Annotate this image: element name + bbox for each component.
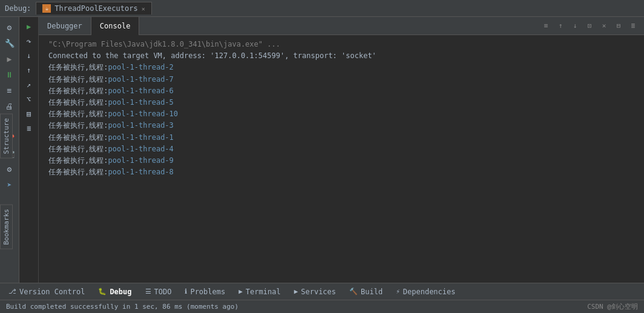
tab-action-close[interactable]: ✕ <box>598 20 610 32</box>
step-into-button[interactable]: ↓ <box>21 49 38 62</box>
thread-line-8: 任务被执行,线程:pool-1-thread-4 <box>48 143 639 155</box>
run-to-cursor-button[interactable]: ↗ <box>21 78 38 91</box>
sidebar-stack-icon[interactable]: ≡ <box>1 83 18 97</box>
console-line-1: "C:\Program Files\Java\jdk1.8.0_341\bin\… <box>48 39 639 50</box>
console-text-2: Connected to the target VM, address: '12… <box>48 50 376 62</box>
status-user: CSDN @剑心空明 <box>587 302 638 311</box>
thread-text-10: 任务被执行,线程:pool-1-thread-8 <box>48 166 174 178</box>
debug-icon: 🐛 <box>98 288 107 295</box>
problems-icon: ℹ <box>185 288 187 295</box>
tab-action-list[interactable]: ≣ <box>627 20 639 32</box>
thread-text-5: 任务被执行,线程:pool-1-thread-10 <box>48 108 178 120</box>
thread-line-1: 任务被执行,线程:pool-1-thread-2 <box>48 62 639 73</box>
thread-line-6: 任务被执行,线程:pool-1-thread-3 <box>48 120 639 131</box>
bottom-tab-build[interactable]: 🔨 Build <box>343 284 389 300</box>
tab-debugger[interactable]: Debugger <box>39 17 91 35</box>
tab-action-restore[interactable]: ⊡ <box>583 20 596 32</box>
bookmarks-label[interactable]: Bookmarks <box>0 205 13 249</box>
resume-button[interactable]: ▶ <box>21 20 38 33</box>
console-output: "C:\Program Files\Java\jdk1.8.0_341\bin\… <box>39 35 644 283</box>
frames-icon[interactable]: ▤ <box>21 107 38 120</box>
tab-action-menu[interactable]: ≡ <box>540 20 552 32</box>
build-icon: 🔨 <box>349 288 358 295</box>
debug-header: Debug: ☕ ThreadPoolExecutors ✕ <box>0 0 644 17</box>
right-content: Debugger Console ≡ ↑ ↓ ⊡ ✕ ⊟ ≣ "C: <box>39 17 644 283</box>
bottom-tab-dependencies[interactable]: ⚡ Dependencies <box>390 284 461 300</box>
bottom-tab-terminal[interactable]: ▶ Terminal <box>232 284 286 300</box>
thread-line-10: 任务被执行,线程:pool-1-thread-8 <box>48 166 639 178</box>
thread-line-2: 任务被执行,线程:pool-1-thread-7 <box>48 74 639 85</box>
dependencies-icon: ⚡ <box>396 288 400 295</box>
services-icon: ▶ <box>294 288 298 295</box>
tabs-actions: ≡ ↑ ↓ ⊡ ✕ ⊟ ≣ <box>540 20 644 32</box>
console-line-2: Connected to the target VM, address: '12… <box>48 50 639 62</box>
debug-tab[interactable]: ☕ ThreadPoolExecutors ✕ <box>36 2 151 15</box>
sidebar-pause-icon[interactable]: ⏸ <box>1 67 18 82</box>
tab-action-up[interactable]: ↑ <box>554 20 567 32</box>
tab-action-settings[interactable]: ⊟ <box>613 20 625 32</box>
thread-text-2: 任务被执行,线程:pool-1-thread-7 <box>48 74 174 85</box>
thread-text-3: 任务被执行,线程:pool-1-thread-6 <box>48 85 174 97</box>
bottom-tab-services[interactable]: ▶ Services <box>288 284 342 300</box>
terminal-icon: ▶ <box>238 288 243 295</box>
step-over-button[interactable]: ↷ <box>21 35 38 48</box>
thread-text-1: 任务被执行,线程:pool-1-thread-2 <box>48 62 174 73</box>
todo-icon: ☰ <box>145 288 151 295</box>
threads-icon[interactable]: ≣ <box>21 122 38 135</box>
thread-line-5: 任务被执行,线程:pool-1-thread-10 <box>48 108 639 120</box>
debug-label: Debug: <box>5 4 31 13</box>
sidebar-settings-icon[interactable]: ⚙ <box>1 20 18 35</box>
debug-panel: ▶ ↷ ↓ ↑ ↗ ⌥ ▤ ≣ Debugger Console ≡ ↑ <box>19 17 644 283</box>
thread-line-4: 任务被执行,线程:pool-1-thread-5 <box>48 97 639 108</box>
sidebar-print-icon[interactable]: 🖨 <box>1 99 18 113</box>
java-icon: ☕ <box>42 4 51 13</box>
thread-line-3: 任务被执行,线程:pool-1-thread-6 <box>48 85 639 97</box>
bottom-tab-problems[interactable]: ℹ Problems <box>179 284 231 300</box>
sidebar-gear-icon[interactable]: ⚙ <box>1 162 18 176</box>
bottom-tab-debug[interactable]: 🐛 Debug <box>92 284 137 300</box>
thread-lines-container: 任务被执行,线程:pool-1-thread-2任务被执行,线程:pool-1-… <box>48 62 639 178</box>
sidebar-tools-icon[interactable]: 🔧 <box>1 36 18 50</box>
debugger-sidebar: ▶ ↷ ↓ ↑ ↗ ⌥ ▤ ≣ <box>19 17 39 283</box>
thread-text-6: 任务被执行,线程:pool-1-thread-3 <box>48 120 174 131</box>
sidebar-play-icon[interactable]: ▶ <box>1 51 18 66</box>
console-text-1: "C:\Program Files\Java\jdk1.8.0_341\bin\… <box>48 39 280 50</box>
tab-console[interactable]: Console <box>91 17 140 35</box>
thread-line-7: 任务被执行,线程:pool-1-thread-1 <box>48 132 639 143</box>
main-area: ⚙ 🔧 ▶ ⏸ ≡ 🖨 ✕ 📌 📷 ⚙ ➤ Structure Bookmark… <box>0 17 644 283</box>
bottom-tabs-bar: ⎇ Version Control 🐛 Debug ☰ TODO ℹ Probl… <box>0 283 644 300</box>
thread-text-7: 任务被执行,线程:pool-1-thread-1 <box>48 132 174 143</box>
thread-line-9: 任务被执行,线程:pool-1-thread-9 <box>48 155 639 166</box>
bottom-tab-version-control[interactable]: ⎇ Version Control <box>2 284 91 300</box>
status-text: Build completed successfully in 1 sec, 8… <box>6 303 238 311</box>
structure-label[interactable]: Structure <box>0 114 13 159</box>
evaluate-button[interactable]: ⌥ <box>21 93 38 106</box>
tabs-bar: Debugger Console ≡ ↑ ↓ ⊡ ✕ ⊟ ≣ <box>39 17 644 35</box>
sidebar-arrow-icon[interactable]: ➤ <box>1 177 18 192</box>
thread-text-9: 任务被执行,线程:pool-1-thread-9 <box>48 155 174 166</box>
step-out-button[interactable]: ↑ <box>21 64 38 77</box>
tab-title: ThreadPoolExecutors <box>54 4 137 13</box>
bottom-tab-todo[interactable]: ☰ TODO <box>139 284 178 300</box>
status-bar: Build completed successfully in 1 sec, 8… <box>0 300 644 313</box>
thread-text-8: 任务被执行,线程:pool-1-thread-4 <box>48 143 174 155</box>
version-control-icon: ⎇ <box>8 288 16 295</box>
close-tab-button[interactable]: ✕ <box>142 5 145 12</box>
thread-text-4: 任务被执行,线程:pool-1-thread-5 <box>48 97 174 108</box>
tab-action-down[interactable]: ↓ <box>569 20 581 32</box>
